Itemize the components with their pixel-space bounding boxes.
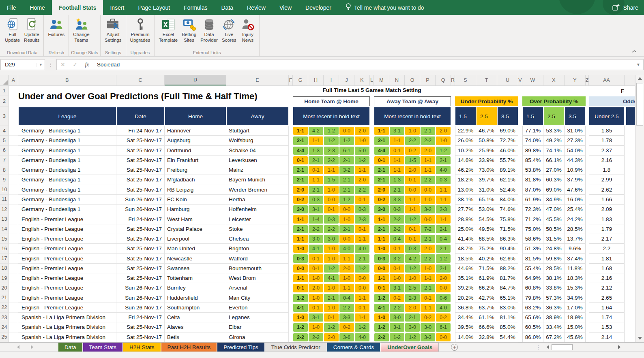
under-2-5-odds-cell[interactable]: 2.37: [589, 146, 625, 156]
under-probability-cell[interactable]: 62.6%: [497, 254, 518, 263]
home-score-cell[interactable]: 1-1: [354, 313, 370, 322]
home-team-cell[interactable]: Crystal Palace: [165, 224, 226, 234]
column-header-T[interactable]: T: [476, 75, 497, 85]
away-score-cell[interactable]: 2-0: [436, 126, 451, 136]
under-2-5-odds-cell[interactable]: 1.66: [589, 195, 625, 205]
away-score-cell[interactable]: 2-2: [405, 136, 420, 145]
over-probability-cell[interactable]: 18.3%: [565, 273, 586, 283]
home-score-cell[interactable]: 4-0: [354, 332, 370, 342]
sheet-tab-predicted-tips[interactable]: Predicted Tips: [217, 343, 264, 352]
away-score-cell[interactable]: 1-1: [389, 165, 405, 175]
date-cell[interactable]: Sat 25-Nov-17: [116, 136, 165, 145]
away-team-cell[interactable]: Bournemouth: [226, 264, 289, 273]
under-probability-cell[interactable]: 62.1%: [497, 175, 518, 185]
away-score-cell[interactable]: 0-0: [405, 185, 420, 195]
under-2-5-odds-cell[interactable]: 1.81: [589, 254, 625, 263]
under-probability-cell[interactable]: 25.9%: [476, 146, 497, 156]
home-score-cell[interactable]: 0-0: [354, 273, 370, 283]
under-probability-cell[interactable]: 54.5%: [476, 214, 497, 224]
over-probability-cell[interactable]: 31.5%: [543, 234, 565, 244]
over-probability-cell[interactable]: 15.0%: [565, 322, 586, 332]
away-score-cell[interactable]: 2-1: [420, 283, 436, 293]
ribbon-tab-view[interactable]: View: [273, 0, 298, 15]
league-cell[interactable]: Germany - Bundesliga 1: [18, 136, 116, 145]
away-score-cell[interactable]: 2-3: [436, 205, 451, 214]
under-probability-cell[interactable]: 75.2%: [476, 244, 497, 254]
home-team-cell[interactable]: Tottenham: [165, 273, 226, 283]
home-score-cell[interactable]: 1-0: [324, 254, 339, 263]
home-score-cell[interactable]: 0-1: [324, 205, 339, 214]
away-score-cell[interactable]: 0-1: [405, 234, 420, 244]
home-score-cell[interactable]: 0-1: [354, 303, 370, 313]
ribbon-tab-file[interactable]: File: [0, 0, 23, 15]
away-score-cell[interactable]: 0-1: [374, 283, 389, 293]
under-2-5-odds-cell[interactable]: 1.79: [589, 224, 625, 234]
home-score-cell[interactable]: 2-2: [308, 224, 324, 234]
under-probability-cell[interactable]: 71.5%: [497, 224, 518, 234]
under-probability-cell[interactable]: 36.8%: [455, 303, 476, 313]
over-probability-cell[interactable]: 38.1%: [543, 273, 565, 283]
under-probability-cell[interactable]: 52.4%: [497, 185, 518, 195]
away-score-cell[interactable]: 3-0: [389, 313, 405, 322]
home-team-cell[interactable]: Betis: [165, 332, 226, 342]
home-score-cell[interactable]: 1-2: [324, 126, 339, 136]
over-probability-cell[interactable]: 17.0%: [565, 303, 586, 313]
away-score-cell[interactable]: 1-1: [420, 303, 436, 313]
under-2-5-odds-cell[interactable]: 2.99: [589, 175, 625, 185]
away-team-cell[interactable]: Chelsea: [226, 234, 289, 244]
row-header[interactable]: 12: [0, 205, 9, 214]
home-team-cell[interactable]: RB Leipzig: [165, 185, 226, 195]
over-probability-cell[interactable]: 33.8%: [543, 283, 565, 293]
home-score-cell[interactable]: 2-2: [324, 156, 339, 165]
home-score-cell[interactable]: 1-1: [293, 234, 308, 244]
ribbon-collapse-button[interactable]: [632, 49, 637, 54]
under-probability-cell[interactable]: 14.6%: [455, 156, 476, 165]
row-header[interactable]: 7: [0, 156, 9, 165]
home-score-cell[interactable]: 2-1: [293, 175, 308, 185]
cell-empty[interactable]: [9, 195, 18, 205]
away-team-cell[interactable]: Werder Bremen: [226, 185, 289, 195]
under-probability-cell[interactable]: 48.7%: [455, 244, 476, 254]
home-score-cell[interactable]: 4-4: [293, 146, 308, 156]
under-2-5-odds-cell[interactable]: 1.78: [589, 136, 625, 145]
over-probability-cell[interactable]: 81.8%: [522, 175, 543, 185]
cell-empty[interactable]: [9, 244, 18, 254]
home-score-cell[interactable]: 1-1: [293, 273, 308, 283]
column-header-K[interactable]: K: [354, 75, 370, 85]
under-2-5-odds-cell[interactable]: 2.17: [589, 234, 625, 244]
home-score-cell[interactable]: 0-3: [293, 254, 308, 263]
date-cell[interactable]: Sun 26-Nov-17: [116, 293, 165, 303]
under-probability-cell[interactable]: 49.5%: [476, 224, 497, 234]
over-probability-cell[interactable]: 47.0%: [543, 205, 565, 214]
away-score-cell[interactable]: 6-1: [436, 322, 451, 332]
away-score-cell[interactable]: 0-0: [436, 283, 451, 293]
under-probability-cell[interactable]: 46.0%: [497, 146, 518, 156]
home-score-cell[interactable]: 0-0: [339, 126, 354, 136]
ribbon-tab-football-stats[interactable]: Football Stats: [52, 0, 103, 15]
away-score-cell[interactable]: 0-3: [389, 205, 405, 214]
scroll-up-icon[interactable]: [638, 77, 642, 80]
cell-empty[interactable]: [9, 283, 18, 293]
home-score-cell[interactable]: 4-1: [324, 273, 339, 283]
under-probability-cell[interactable]: 28.8%: [455, 214, 476, 224]
over-probability-cell[interactable]: 45.5%: [543, 214, 565, 224]
home-score-cell[interactable]: 0-1: [308, 303, 324, 313]
away-score-cell[interactable]: 0-2: [405, 146, 420, 156]
home-score-cell[interactable]: 3-0: [324, 234, 339, 244]
over-probability-cell[interactable]: 50.5%: [543, 224, 565, 234]
home-team-cell[interactable]: Swansea: [165, 264, 226, 273]
home-score-cell[interactable]: 1-2: [324, 136, 339, 145]
away-score-cell[interactable]: 1-1: [420, 156, 436, 165]
sheet-tab-data[interactable]: Data: [58, 343, 82, 352]
home-score-cell[interactable]: 1-1: [308, 175, 324, 185]
date-cell[interactable]: Sat 25-Nov-17: [116, 332, 165, 342]
away-score-cell[interactable]: 2-1: [420, 234, 436, 244]
home-score-cell[interactable]: 0-0: [339, 205, 354, 214]
home-score-cell[interactable]: 1-1: [354, 165, 370, 175]
away-score-cell[interactable]: 0-2: [374, 195, 389, 205]
home-score-cell[interactable]: 1-2: [354, 264, 370, 273]
under-probability-cell[interactable]: 50.8%: [476, 136, 497, 145]
over-probability-cell[interactable]: 10.9%: [565, 165, 586, 175]
home-score-cell[interactable]: 1-1: [339, 254, 354, 263]
sheet-tab-h2h-stats[interactable]: H2H Stats: [123, 343, 161, 352]
